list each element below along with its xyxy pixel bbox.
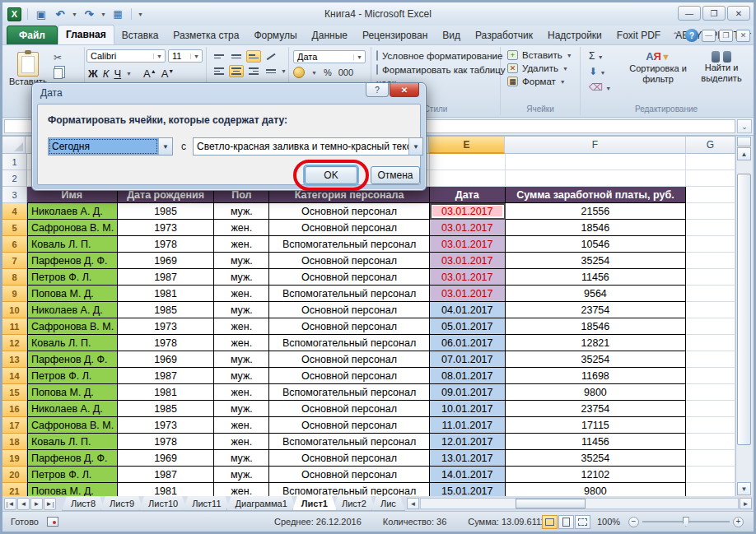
underline-button[interactable]: Ч — [114, 67, 121, 80]
birth-year-cell[interactable]: 1981 — [118, 384, 215, 401]
empty-cell[interactable] — [686, 434, 735, 450]
chevron-down-icon[interactable]: ▼ — [281, 68, 287, 74]
spreadsheet-grid[interactable]: 123ИмяДата рожденияПолКатегория персонал… — [2, 154, 735, 496]
zoom-level[interactable]: 100% — [597, 517, 620, 527]
percent-format-button[interactable]: % — [324, 67, 332, 77]
sheet-tab-Лист2[interactable]: Лист2 — [333, 496, 376, 511]
salary-cell[interactable]: 18546 — [506, 220, 687, 236]
name-cell[interactable]: Попова М. Д. — [27, 286, 118, 302]
row-header-11[interactable]: 11 — [2, 318, 27, 335]
last-sheet-button[interactable]: ►| — [44, 498, 56, 510]
salary-cell[interactable]: 35254 — [506, 351, 687, 368]
name-cell[interactable]: Сафронова В. М. — [27, 417, 118, 434]
category-cell[interactable]: Основной персонал — [269, 220, 430, 236]
tab-Надстройки[interactable]: Надстройки — [540, 26, 609, 44]
category-cell[interactable]: Основной персонал — [269, 302, 430, 318]
name-cell[interactable]: Парфенов Д. Ф. — [27, 351, 118, 368]
date-cell[interactable]: 09.01.2017 — [430, 384, 506, 401]
workbook-minimize-icon[interactable]: — — [702, 30, 716, 42]
sheet-tab-Лист10[interactable]: Лист10 — [139, 496, 187, 511]
birth-year-cell[interactable]: 1969 — [118, 450, 215, 467]
category-cell[interactable]: Основной персонал — [269, 467, 430, 483]
select-all-corner[interactable] — [2, 136, 26, 154]
empty-cell[interactable] — [686, 483, 735, 496]
salary-cell[interactable]: 23754 — [506, 302, 687, 318]
empty-cell[interactable] — [686, 335, 735, 351]
horizontal-scroll-track[interactable] — [420, 498, 739, 509]
row-header-21[interactable]: 21 — [2, 483, 27, 496]
category-cell[interactable]: Основной персонал — [269, 368, 430, 384]
date-cell[interactable]: 14.01.2017 — [430, 467, 506, 483]
category-cell[interactable]: Вспомогательный персонал — [269, 236, 430, 253]
scroll-left-icon[interactable]: ◄ — [407, 498, 419, 509]
row-header-12[interactable]: 12 — [2, 335, 27, 351]
tab-file[interactable]: Файл — [7, 26, 58, 44]
close-button[interactable]: ✕ — [727, 6, 750, 21]
column-header-G[interactable]: G — [686, 136, 735, 154]
date-cell[interactable]: 13.01.2017 — [430, 450, 506, 467]
date-cell[interactable]: 04.01.2017 — [430, 302, 506, 318]
tab-Разработчик[interactable]: Разработчик — [468, 26, 540, 44]
empty-cell[interactable] — [686, 170, 735, 187]
name-cell[interactable]: Николаев А. Д. — [27, 203, 118, 220]
restore-button[interactable]: ❐ — [702, 6, 726, 21]
row-header-9[interactable]: 9 — [2, 286, 27, 302]
empty-cell[interactable] — [686, 187, 735, 203]
row-header-7[interactable]: 7 — [2, 253, 27, 269]
date-cell[interactable]: 03.01.2017 — [430, 286, 506, 302]
tab-Главная[interactable]: Главная — [58, 25, 114, 44]
collapse-ribbon-icon[interactable]: ⌃ — [669, 30, 682, 42]
category-cell[interactable]: Основной персонал — [269, 253, 430, 269]
tab-Формулы[interactable]: Формулы — [246, 26, 304, 44]
name-cell[interactable]: Сафронова В. М. — [27, 318, 118, 335]
empty-cell[interactable] — [686, 154, 735, 170]
birth-year-cell[interactable]: 1987 — [118, 269, 215, 286]
date-cell[interactable]: 03.01.2017 — [430, 253, 506, 269]
birth-year-cell[interactable]: 1987 — [118, 467, 215, 483]
name-cell[interactable]: Николаев А. Д. — [27, 302, 118, 318]
sheet-tab-Лист8[interactable]: Лист8 — [62, 496, 105, 511]
salary-cell[interactable]: 35254 — [506, 450, 687, 467]
row-header-19[interactable]: 19 — [2, 450, 27, 467]
align-bottom-button[interactable] — [246, 50, 261, 63]
help-icon[interactable]: ? — [685, 29, 698, 42]
empty-cell[interactable] — [686, 269, 735, 286]
row-header-17[interactable]: 17 — [2, 417, 27, 434]
vertical-scroll-thumb[interactable] — [737, 174, 751, 445]
salary-cell[interactable]: 9800 — [506, 384, 687, 401]
row-header-14[interactable]: 14 — [2, 368, 27, 384]
category-cell[interactable]: Вспомогательный персонал — [269, 286, 430, 302]
copy-icon[interactable] — [54, 68, 63, 79]
dialog-help-icon[interactable]: ? — [366, 83, 389, 97]
salary-cell[interactable]: 12821 — [506, 335, 687, 351]
empty-cell[interactable] — [430, 154, 506, 170]
salary-cell[interactable]: 10546 — [506, 236, 687, 253]
vertical-scrollbar[interactable]: ▲ ▼ — [735, 136, 752, 496]
category-cell[interactable]: Основной персонал — [269, 450, 430, 467]
category-cell[interactable]: Основной персонал — [269, 351, 430, 368]
align-center-button[interactable] — [229, 65, 244, 77]
sheet-tab-Лис[interactable]: Лис — [371, 496, 405, 511]
workbook-restore-icon[interactable]: ❐ — [719, 30, 733, 42]
scroll-down-icon[interactable]: ▼ — [737, 482, 751, 495]
date-cell[interactable]: 08.01.2017 — [430, 368, 506, 384]
chevron-down-icon[interactable]: ▼ — [408, 138, 422, 155]
birth-year-cell[interactable]: 1973 — [118, 417, 215, 434]
date-cell[interactable]: 15.01.2017 — [430, 483, 506, 496]
zoom-in-button[interactable]: + — [733, 517, 744, 527]
row-header-1[interactable]: 1 — [2, 154, 27, 170]
empty-cell[interactable] — [430, 170, 506, 187]
conditional-formatting-button[interactable]: Условное форматирование ▼ — [376, 50, 500, 61]
category-cell[interactable]: Основной персонал — [269, 401, 430, 417]
date-cell[interactable]: 06.01.2017 — [430, 335, 506, 351]
birth-year-cell[interactable]: 1973 — [118, 220, 215, 236]
align-right-button[interactable] — [246, 65, 261, 77]
empty-cell[interactable] — [686, 384, 735, 401]
salary-cell[interactable]: 11698 — [506, 368, 687, 384]
birth-year-cell[interactable]: 1985 — [118, 302, 215, 318]
row-header-5[interactable]: 5 — [2, 220, 27, 236]
sheet-tab-Лист11[interactable]: Лист11 — [183, 496, 230, 511]
format-cells-button[interactable]: ▦ Формат ▼ — [507, 77, 580, 86]
empty-cell[interactable] — [506, 154, 687, 170]
date-cell[interactable]: 07.01.2017 — [430, 351, 506, 368]
